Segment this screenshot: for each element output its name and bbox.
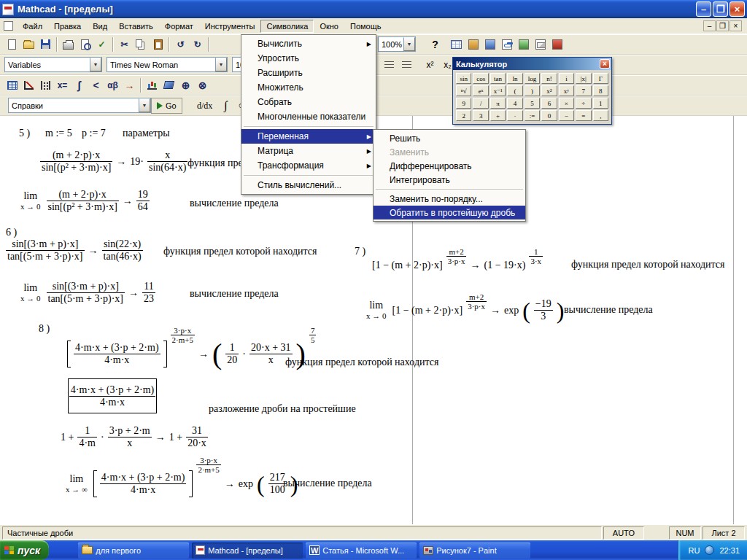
calculator-button[interactable]: 3 — [473, 110, 488, 121]
minimize-button[interactable]: – — [696, 1, 711, 17]
dropdown-arrow-icon[interactable]: ▼ — [403, 37, 415, 51]
boolean-palette-button[interactable]: < — [88, 77, 104, 93]
submenu-item-integrate[interactable]: Интегрировать — [374, 173, 525, 187]
calculator-button[interactable]: ln — [507, 73, 522, 84]
taskbar-item-folder[interactable]: для первого — [78, 542, 189, 559]
calculator-button[interactable]: |x| — [576, 73, 591, 84]
calculator-button[interactable]: x⁻¹ — [490, 85, 506, 96]
region-5-label[interactable]: 5 ) — [19, 128, 30, 139]
region-7-function[interactable]: [1 − (m + 2·p)·x] m+2 3·p·x → (1 − 19·x)… — [372, 256, 543, 274]
dropdown-arrow-icon[interactable]: ▼ — [90, 58, 101, 71]
submenu-item-convert-to-partial-fraction[interactable]: Обратить в простейшую дробь — [374, 206, 525, 219]
bullet-list-button[interactable] — [381, 57, 398, 73]
menu-window[interactable]: Окно — [314, 20, 344, 33]
comment-8-function[interactable]: функция предел которой находится — [285, 357, 438, 368]
trace-plot-button[interactable]: ⊗ — [194, 77, 211, 93]
menu-item-expand[interactable]: Расширить — [241, 66, 376, 80]
region-7-label[interactable]: 7 ) — [355, 246, 365, 257]
calculator-palette-button[interactable] — [4, 77, 20, 93]
menu-help[interactable]: Помощь — [344, 20, 387, 33]
taskbar-item-paint[interactable]: Рисунок7 - Paint — [419, 542, 530, 559]
insert-unit-button[interactable] — [465, 36, 481, 52]
calculator-close-button[interactable]: × — [600, 59, 610, 69]
region-8-limit[interactable]: lim x → ∞ 4·m·x + (3·p + 2·m) 4·m·x 3·p·… — [66, 470, 298, 497]
copy-button[interactable] — [133, 36, 150, 52]
menu-item-factor[interactable]: Множитель — [241, 80, 376, 95]
calculator-button[interactable]: ⁿ√ — [456, 85, 471, 96]
calculator-button[interactable]: 1 — [593, 98, 608, 109]
menu-item-matrix[interactable]: Матрица ▶ — [241, 144, 376, 158]
region-8-label[interactable]: 8 ) — [39, 323, 50, 335]
start-button[interactable]: пуск — [0, 540, 49, 560]
calculator-button[interactable]: n! — [541, 73, 557, 84]
calculator-button[interactable]: 6 — [541, 98, 557, 109]
calculator-button[interactable]: sin — [456, 73, 471, 84]
menu-item-polynomial-coefficients[interactable]: Многочленные показатели — [241, 109, 376, 124]
tray-icon[interactable] — [705, 545, 714, 555]
comment-8-limit[interactable]: вычисление предела — [283, 478, 372, 489]
comment-7-function[interactable]: функция предел которой находится — [571, 259, 724, 271]
region-8-box[interactable]: 4·m·x + (3·p + 2·m) 4·m·x — [68, 378, 157, 413]
menu-tools[interactable]: Инструменты — [199, 20, 261, 33]
calculus-palette-button[interactable]: ∫ — [71, 77, 88, 93]
spell-check-button[interactable]: ✓ — [93, 36, 110, 52]
calculator-button[interactable]: , — [593, 110, 608, 121]
print-preview-button[interactable] — [77, 36, 93, 52]
calculator-button[interactable]: := — [525, 110, 540, 121]
comment-7-limit[interactable]: вычисление предела — [564, 304, 653, 316]
dropdown-arrow-icon[interactable]: ▼ — [215, 58, 227, 71]
undo-button[interactable]: ↺ — [172, 36, 189, 52]
calculator-button[interactable]: tan — [490, 73, 506, 84]
menu-format[interactable]: Формат — [159, 20, 199, 33]
calculator-button[interactable]: Γ — [593, 73, 608, 84]
evaluation-palette-button[interactable]: x= — [54, 77, 71, 93]
calculator-button[interactable]: cos — [473, 73, 488, 84]
insert-hyperlink-button[interactable] — [498, 36, 515, 52]
calculator-button[interactable]: x² — [541, 85, 557, 96]
region-def-m[interactable]: m := 5 — [45, 128, 72, 139]
region-8-function[interactable]: 4·m·x + (3·p + 2·m) 4·m·x 3·p·x 2·m+5 → … — [67, 341, 316, 368]
calculator-button[interactable]: + — [490, 110, 506, 121]
menu-item-evaluation-style[interactable]: Стиль вычислений... — [241, 178, 376, 192]
region-6-label[interactable]: 6 ) — [6, 227, 17, 238]
derivative-button[interactable]: d/dx — [193, 98, 217, 114]
symbolic-palette-button[interactable]: → — [121, 77, 138, 93]
calculator-button[interactable]: 9 — [456, 98, 471, 109]
greek-palette-button[interactable]: αβ — [104, 77, 121, 93]
taskbar-item-mathcad[interactable]: Mathcad - [пределы] — [192, 542, 303, 559]
zoom-combo[interactable]: 100% ▼ — [378, 36, 416, 52]
paste-button[interactable] — [150, 36, 166, 52]
calculator-button[interactable]: log — [525, 73, 540, 84]
calculator-titlebar[interactable]: Калькулятор × — [453, 58, 611, 70]
menu-item-transform[interactable]: Трансформация ▶ — [241, 158, 376, 173]
print-button[interactable] — [60, 36, 77, 52]
superscript-button[interactable]: x² — [422, 57, 438, 73]
calculator-button[interactable]: ( — [507, 85, 522, 96]
mdi-minimize-button[interactable]: – — [703, 20, 716, 31]
maximize-button[interactable]: ❐ — [713, 1, 728, 17]
calculator-button[interactable]: i — [559, 73, 574, 84]
language-indicator[interactable]: RU — [689, 546, 700, 555]
mdi-restore-button[interactable]: ❐ — [716, 20, 729, 31]
close-button[interactable]: × — [729, 1, 745, 17]
numbered-list-button[interactable] — [398, 57, 415, 73]
insert-table-button[interactable] — [448, 36, 465, 52]
menu-symbolics[interactable]: Символика — [260, 20, 314, 33]
calculator-button[interactable]: 5 — [525, 98, 540, 109]
comment-params[interactable]: параметры — [123, 128, 170, 139]
calculator-button[interactable]: eˣ — [473, 85, 488, 96]
menu-insert[interactable]: Вставить — [113, 20, 159, 33]
submenu-item-differentiate[interactable]: Дифференцировать — [374, 159, 525, 173]
insert-component-button[interactable] — [515, 36, 532, 52]
go-button[interactable]: Go — [151, 98, 182, 114]
integral-button[interactable]: ∫ — [217, 98, 234, 114]
calculator-button[interactable]: × — [559, 98, 574, 109]
font-combo[interactable]: Times New Roman ▼ — [107, 57, 228, 72]
resources-combo[interactable]: Справки ▼ — [8, 98, 151, 113]
help-button[interactable]: ? — [427, 36, 444, 52]
comment-8-box[interactable]: разложение дроби на простейшие — [209, 403, 356, 415]
menu-item-variable[interactable]: Переменная ▶ — [241, 129, 376, 144]
calculator-button[interactable]: ) — [525, 85, 540, 96]
insert-function-button[interactable] — [481, 36, 498, 52]
calculator-button[interactable]: π — [490, 98, 506, 109]
